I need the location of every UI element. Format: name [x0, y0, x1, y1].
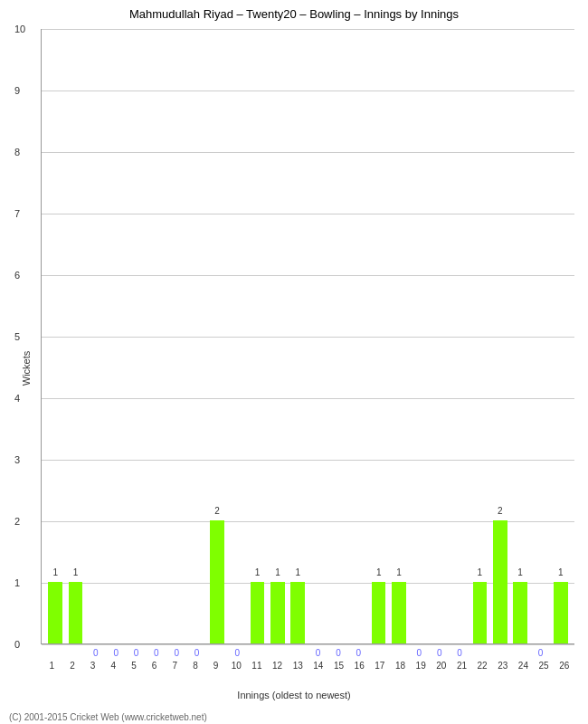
bar: 1 — [554, 582, 568, 643]
bar-value-label: 1 — [558, 567, 564, 577]
bar-group: 1 — [510, 29, 530, 643]
bar-value-label: 1 — [73, 567, 79, 577]
y-tick-label: 6 — [14, 270, 20, 281]
y-tick-label: 4 — [14, 393, 20, 404]
bar: 1 — [473, 582, 488, 643]
x-tick-label: 17 — [370, 661, 391, 671]
chart-area: 012345678910 11000000201110001100012101 … — [41, 29, 574, 644]
bar-group: 1 — [389, 29, 409, 643]
y-tick-label: 3 — [14, 454, 20, 465]
bar-zero-label: 0 — [437, 648, 442, 658]
bar-value-label: 2 — [214, 506, 220, 516]
copyright: (C) 2001-2015 Cricket Web (www.cricketwe… — [9, 712, 207, 722]
bar-group: 0 — [409, 29, 429, 643]
x-tick-label: 15 — [328, 661, 349, 671]
x-tick-label: 11 — [247, 661, 268, 671]
bars-wrapper: 11000000201110001100012101 — [42, 29, 574, 643]
bar-value-label: 1 — [478, 567, 483, 577]
bar-group: 0 — [106, 29, 126, 643]
x-axis-title: Innings (oldest to newest) — [237, 690, 350, 700]
bar-zero-label: 0 — [336, 648, 341, 658]
x-tick-label: 12 — [267, 661, 288, 671]
bar-group: 0 — [430, 29, 450, 643]
bar-value-label: 1 — [396, 567, 402, 577]
bar-zero-label: 0 — [457, 648, 462, 658]
bar-group: 0 — [450, 29, 469, 643]
bar: 2 — [210, 520, 224, 643]
x-tick-label: 22 — [472, 661, 493, 671]
bar-zero-label: 0 — [356, 648, 362, 658]
x-tick-label: 4 — [103, 661, 124, 671]
bar-value-label: 1 — [517, 567, 523, 577]
x-tick-label: 24 — [513, 661, 534, 671]
bar: 1 — [290, 582, 305, 643]
bar-zero-label: 0 — [134, 648, 139, 658]
bar-zero-label: 0 — [154, 648, 159, 658]
bar-zero-label: 0 — [417, 648, 422, 658]
bar-zero-label: 0 — [93, 648, 99, 658]
y-tick-label: 10 — [14, 24, 25, 34]
x-tick-label: 25 — [534, 661, 555, 671]
x-tick-label: 23 — [492, 661, 513, 671]
bar-value-label: 1 — [275, 567, 280, 577]
bar-zero-label: 0 — [113, 648, 119, 658]
y-tick-label: 0 — [14, 639, 20, 650]
y-tick-label: 8 — [14, 147, 20, 157]
x-tick-label: 20 — [431, 661, 451, 671]
bar-value-label: 1 — [296, 567, 301, 577]
bar-group: 0 — [126, 29, 146, 643]
bar-value-label: 1 — [52, 567, 58, 577]
x-tick-label: 5 — [124, 661, 145, 671]
bar: 1 — [48, 582, 62, 643]
bar-group: 1 — [369, 29, 389, 643]
bar-zero-label: 0 — [316, 648, 321, 658]
x-tick-label: 7 — [165, 661, 185, 671]
bar: 2 — [493, 520, 507, 643]
bar-group: 1 — [65, 29, 85, 643]
bar-zero-label: 0 — [194, 648, 200, 658]
x-tick-label: 1 — [42, 661, 62, 671]
bar-group: 0 — [308, 29, 327, 643]
x-tick-label: 26 — [554, 661, 574, 671]
x-tick-label: 21 — [451, 661, 472, 671]
y-axis-title: Wickets — [21, 351, 32, 386]
bar-group: 0 — [227, 29, 247, 643]
x-tick-label: 3 — [82, 661, 103, 671]
x-tick-label: 14 — [308, 661, 329, 671]
bar-group: 0 — [328, 29, 348, 643]
bar-group: 2 — [490, 29, 510, 643]
x-tick-label: 13 — [288, 661, 308, 671]
bar-group: 0 — [530, 29, 550, 643]
x-tick-label: 18 — [390, 661, 411, 671]
x-tick-label: 6 — [144, 661, 165, 671]
bar-group: 1 — [268, 29, 288, 643]
y-tick-label: 5 — [14, 331, 20, 342]
chart-container: Mahmudullah Riyad – Twenty20 – Bowling –… — [0, 0, 588, 724]
x-tick-label: 16 — [349, 661, 370, 671]
x-tick-label: 19 — [411, 661, 432, 671]
bar-zero-label: 0 — [538, 648, 544, 658]
bar-zero-label: 0 — [174, 648, 179, 658]
x-tick-label: 8 — [185, 661, 206, 671]
bar-group: 1 — [288, 29, 308, 643]
bar-group: 0 — [166, 29, 186, 643]
x-tick-label: 9 — [205, 661, 226, 671]
bar-group: 1 — [551, 29, 571, 643]
x-axis-labels: 1234567891011121314151617181920212223242… — [42, 661, 574, 671]
bar: 1 — [270, 582, 285, 643]
bar-value-label: 2 — [498, 506, 503, 516]
bar-group: 0 — [86, 29, 106, 643]
bar-group: 0 — [147, 29, 166, 643]
y-tick-label: 2 — [14, 516, 20, 527]
gridline — [42, 644, 574, 645]
bar-group: 1 — [469, 29, 489, 643]
x-tick-label: 10 — [226, 661, 247, 671]
bar-group: 0 — [186, 29, 206, 643]
y-tick-label: 7 — [14, 208, 20, 219]
bar-zero-label: 0 — [234, 648, 240, 658]
bar-group: 1 — [247, 29, 267, 643]
x-tick-label: 2 — [62, 661, 83, 671]
bar-value-label: 1 — [376, 567, 382, 577]
y-tick-label: 9 — [14, 85, 20, 96]
bar-group: 1 — [45, 29, 65, 643]
